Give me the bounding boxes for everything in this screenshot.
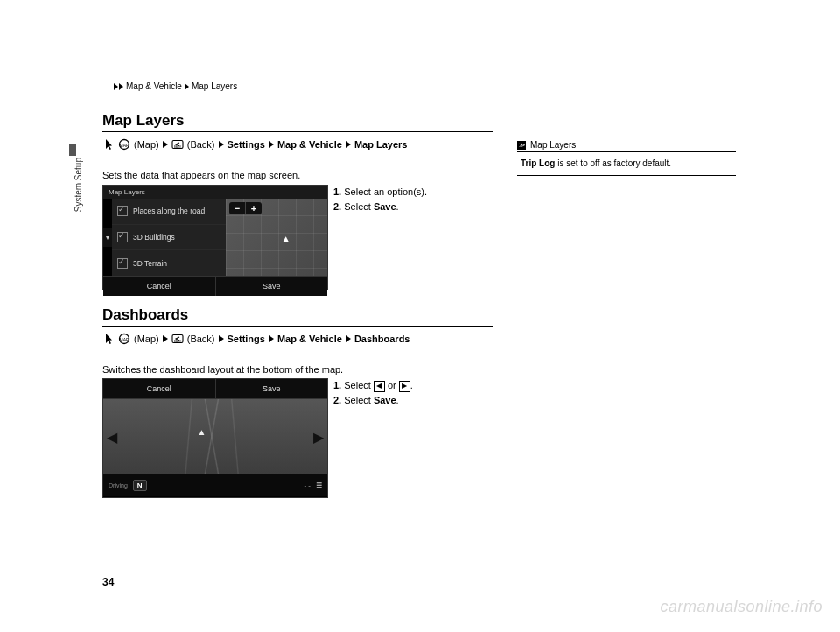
svg-text:BACK: BACK — [173, 145, 182, 149]
map-preview: ◀ ▶ ▲ — [103, 399, 327, 474]
chevron-right-icon — [269, 335, 274, 342]
side-note-text: Trip Log is set to off as factory defaul… — [517, 152, 736, 176]
nav-text: Map Layers — [354, 139, 408, 150]
nav-text: (Back) — [187, 334, 215, 344]
breadcrumb: Map & Vehicle Map Layers — [114, 81, 237, 91]
section-label: System Setup — [74, 158, 83, 212]
chevron-right-icon — [114, 83, 118, 90]
nav-text: Map & Vehicle — [277, 139, 342, 150]
note-marker-icon: ≫ — [517, 141, 526, 150]
svg-text:BACK: BACK — [173, 340, 182, 343]
checkbox-icon — [117, 258, 128, 269]
arrow-left-icon[interactable]: ◀ — [107, 428, 117, 445]
nav-text: (Map) — [134, 334, 159, 344]
chevron-right-icon — [119, 83, 123, 90]
side-note-box: ≫ Map Layers Trip Log is set to off as f… — [517, 140, 736, 176]
checkbox-icon — [117, 206, 128, 216]
instruction-steps: 1. Select an option(s). 2. Select Save. — [333, 185, 427, 214]
back-icon: BACK — [172, 138, 184, 151]
chevron-right-icon — [185, 83, 189, 90]
heading-dashboards: Dashboards — [102, 306, 188, 324]
nav-text: (Back) — [187, 139, 215, 150]
ui-title: Map Layers — [103, 186, 327, 199]
option-places-along-road[interactable]: Places along the road — [112, 199, 226, 225]
chevron-right-icon — [346, 141, 351, 148]
location-marker-icon: ▲ — [282, 234, 290, 243]
section-desc: Sets the data that appears on the map sc… — [102, 170, 300, 180]
map-preview: − + ▲ — [226, 199, 327, 276]
breadcrumb-seg: Map & Vehicle — [126, 81, 182, 91]
section-marker — [69, 144, 76, 156]
screenshot-map-layers: Map Layers ▾ Places along the road 3D Bu… — [102, 185, 328, 290]
chevron-right-icon — [163, 335, 168, 342]
chevron-right-icon — [269, 141, 274, 148]
zoom-control[interactable]: − + — [229, 202, 262, 214]
instruction-steps: 1. Select ◀ or ▶. 2. Select Save. — [333, 378, 413, 407]
nav-path-map-layers: MAP (Map) BACK (Back) Settings Map & Veh… — [102, 138, 407, 151]
cursor-icon — [102, 333, 115, 345]
divider — [102, 131, 493, 132]
zoom-in-button[interactable]: + — [246, 202, 262, 214]
nav-text: Settings — [228, 139, 265, 150]
svg-text:MAP: MAP — [120, 143, 130, 148]
chevron-right-icon — [219, 335, 224, 342]
location-marker-icon: ▲ — [198, 427, 206, 437]
compass-indicator: N — [133, 480, 147, 491]
save-button[interactable]: Save — [216, 277, 328, 296]
page-number: 34 — [102, 576, 114, 588]
nav-text: Map & Vehicle — [277, 334, 342, 344]
svg-text:MAP: MAP — [120, 337, 130, 342]
section-desc: Switches the dashboard layout at the bot… — [102, 364, 343, 375]
dashboard-bar: Driving N - - ≡ — [103, 474, 327, 496]
nav-text: Settings — [228, 334, 265, 344]
option-3d-buildings[interactable]: 3D Buildings — [112, 225, 226, 251]
chevron-right-icon — [346, 335, 351, 342]
cancel-button[interactable]: Cancel — [103, 277, 216, 296]
save-button[interactable]: Save — [216, 379, 328, 398]
driving-label: Driving — [108, 482, 128, 488]
watermark: carmanualsonline.info — [660, 598, 822, 616]
divider — [102, 326, 493, 327]
chevron-right-icon — [219, 141, 224, 148]
cancel-button[interactable]: Cancel — [103, 379, 216, 398]
map-icon: MAP — [118, 333, 130, 345]
arrow-left-icon: ◀ — [374, 381, 385, 392]
nav-path-dashboards: MAP (Map) BACK (Back) Settings Map & Veh… — [102, 333, 410, 345]
menu-icon[interactable]: ≡ — [316, 479, 322, 491]
manual-page: Map & Vehicle Map Layers System Setup Ma… — [0, 0, 840, 632]
breadcrumb-seg: Map Layers — [192, 81, 237, 91]
side-note-title: Map Layers — [530, 140, 576, 150]
speed-readout: - - — [304, 481, 311, 489]
map-icon: MAP — [118, 138, 130, 151]
arrow-right-icon: ▶ — [399, 381, 410, 392]
arrow-right-icon[interactable]: ▶ — [313, 428, 324, 445]
scroll-down-icon[interactable]: ▾ — [103, 228, 112, 247]
cursor-icon — [102, 138, 115, 151]
zoom-out-button[interactable]: − — [229, 202, 245, 214]
back-icon: BACK — [172, 333, 184, 345]
option-3d-terrain[interactable]: 3D Terrain — [112, 250, 226, 276]
nav-text: Dashboards — [354, 334, 410, 344]
nav-text: (Map) — [134, 139, 159, 150]
heading-map-layers: Map Layers — [102, 112, 185, 130]
screenshot-dashboards: Cancel Save ◀ ▶ ▲ Driving N - - ≡ — [102, 378, 328, 498]
checkbox-icon — [117, 232, 128, 242]
chevron-right-icon — [163, 141, 168, 148]
